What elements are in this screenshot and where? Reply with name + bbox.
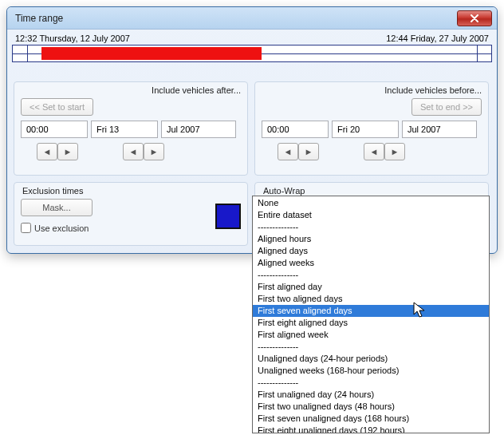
autowrap-option[interactable]: Aligned days bbox=[253, 245, 489, 257]
include-after-label: Include vehicles after... bbox=[21, 85, 241, 95]
exclusion-title: Exclusion times bbox=[22, 186, 241, 196]
after-time-prev-button[interactable]: ◄ bbox=[37, 143, 57, 160]
use-exclusion-checkbox[interactable]: Use exclusion bbox=[21, 223, 93, 233]
autowrap-option[interactable]: Unaligned days (24-hour periods) bbox=[253, 353, 489, 365]
after-date-next-button[interactable]: ► bbox=[144, 143, 164, 160]
set-to-start-button[interactable]: << Set to start bbox=[21, 98, 93, 116]
include-before-group: Include vehicles before... Set to end >>… bbox=[254, 81, 489, 176]
autowrap-option[interactable]: None bbox=[253, 197, 489, 209]
range-end-label: 12:44 Friday, 27 July 2007 bbox=[386, 34, 489, 43]
use-exclusion-label: Use exclusion bbox=[34, 223, 89, 233]
timeline-tick bbox=[27, 45, 28, 61]
autowrap-option[interactable]: First aligned week bbox=[253, 329, 489, 341]
before-time-prev-button[interactable]: ◄ bbox=[278, 143, 298, 160]
autowrap-option[interactable]: Aligned hours bbox=[253, 233, 489, 245]
autowrap-option[interactable]: -------------- bbox=[253, 341, 489, 353]
autowrap-option[interactable]: First seven unaligned days (168 hours) bbox=[253, 413, 489, 425]
before-month-field[interactable]: Jul 2007 bbox=[402, 121, 477, 138]
before-time-next-button[interactable]: ► bbox=[298, 143, 319, 160]
after-time-field[interactable]: 00:00 bbox=[21, 121, 88, 138]
autowrap-option[interactable]: First eight unaligned days (192 hours) bbox=[253, 425, 489, 433]
after-month-field[interactable]: Jul 2007 bbox=[161, 121, 236, 138]
autowrap-option[interactable]: First aligned day bbox=[253, 281, 489, 293]
autowrap-option[interactable]: -------------- bbox=[253, 377, 489, 389]
autowrap-title: Auto-Wrap bbox=[263, 186, 482, 196]
before-date-prev-button[interactable]: ◄ bbox=[364, 143, 384, 160]
autowrap-option[interactable]: First seven aligned days bbox=[253, 305, 489, 317]
autowrap-option[interactable]: First eight aligned days bbox=[253, 317, 489, 329]
include-after-group: Include vehicles after... << Set to star… bbox=[14, 81, 248, 176]
autowrap-option[interactable]: Aligned weeks bbox=[253, 257, 489, 269]
before-date-next-button[interactable]: ► bbox=[384, 143, 405, 160]
autowrap-option[interactable]: -------------- bbox=[253, 221, 489, 233]
autowrap-option[interactable]: Entire dataset bbox=[253, 209, 489, 221]
autowrap-option[interactable]: First two aligned days bbox=[253, 293, 489, 305]
range-start-label: 12:32 Thursday, 12 July 2007 bbox=[15, 34, 130, 43]
autowrap-option[interactable]: First two unaligned days (48 hours) bbox=[253, 401, 489, 413]
close-button[interactable] bbox=[457, 10, 492, 26]
after-day-field[interactable]: Fri 13 bbox=[91, 121, 158, 138]
before-day-field[interactable]: Fri 20 bbox=[332, 121, 399, 138]
titlebar: Time range bbox=[7, 7, 497, 30]
timeline-selection[interactable] bbox=[41, 47, 262, 60]
use-exclusion-input[interactable] bbox=[21, 223, 31, 233]
date-row: 12:32 Thursday, 12 July 2007 12:44 Frida… bbox=[12, 34, 492, 43]
after-date-prev-button[interactable]: ◄ bbox=[123, 143, 144, 160]
include-before-label: Include vehicles before... bbox=[262, 85, 482, 95]
mask-button[interactable]: Mask... bbox=[21, 199, 93, 216]
before-time-field[interactable]: 00:00 bbox=[262, 121, 329, 138]
exclusion-group: Exclusion times Mask... Use exclusion bbox=[14, 182, 248, 246]
timeline-tick bbox=[477, 45, 478, 61]
timeline[interactable] bbox=[12, 45, 492, 62]
autowrap-dropdown[interactable]: NoneEntire dataset--------------Aligned … bbox=[252, 196, 490, 433]
autowrap-option[interactable]: Unaligned weeks (168-hour periods) bbox=[253, 365, 489, 377]
window-title: Time range bbox=[15, 13, 63, 24]
after-time-next-button[interactable]: ► bbox=[57, 143, 78, 160]
autowrap-option[interactable]: First unaligned day (24 hours) bbox=[253, 389, 489, 401]
close-icon bbox=[470, 14, 479, 22]
mask-grid-icon bbox=[215, 204, 241, 229]
autowrap-option[interactable]: -------------- bbox=[253, 269, 489, 281]
set-to-end-button[interactable]: Set to end >> bbox=[411, 98, 482, 116]
